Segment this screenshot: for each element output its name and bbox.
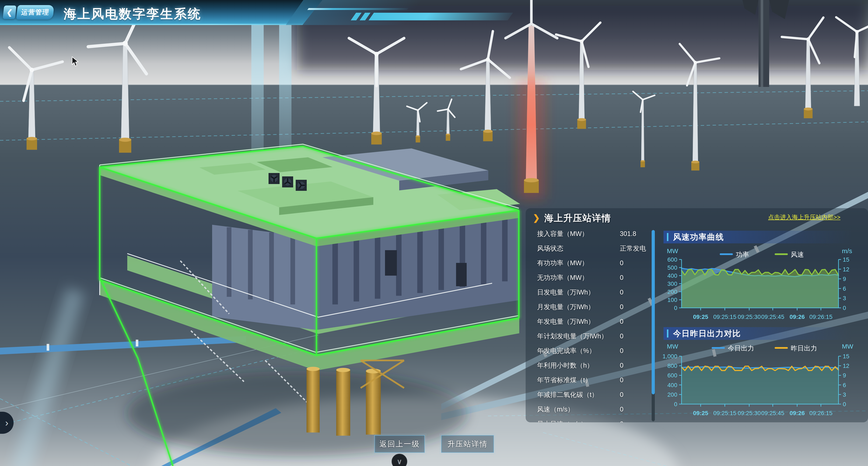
svg-text:09:26: 09:26 xyxy=(789,313,805,320)
svg-text:500: 500 xyxy=(667,264,677,271)
detail-row: 接入容量（MW）301.8 xyxy=(526,226,652,241)
chart-title: 风速功率曲线 xyxy=(673,232,724,242)
detail-row: 年利用小时数（h）0 xyxy=(526,358,652,373)
detail-label: 年计划发电量（万lWh） xyxy=(537,332,620,341)
svg-text:09:25:30: 09:25:30 xyxy=(738,313,761,320)
light-streak xyxy=(10,288,85,466)
svg-text:MW: MW xyxy=(667,247,678,255)
back-chevron-button[interactable]: ❮ xyxy=(3,5,17,19)
svg-text:功率: 功率 xyxy=(736,251,749,258)
substation-detail-button[interactable]: 升压站详情 xyxy=(441,435,494,453)
header-fade-decor xyxy=(286,0,422,25)
svg-text:昨日出力: 昨日出力 xyxy=(791,344,817,352)
chart-title-band: 风速功率曲线 xyxy=(663,231,868,243)
svg-text:1,000: 1,000 xyxy=(662,353,677,360)
detail-row: 年发电量（万lWh）0 xyxy=(526,314,652,329)
detail-row: 年节省标准煤（t）0 xyxy=(526,373,652,387)
svg-text:600: 600 xyxy=(667,256,677,263)
detail-label: 年发电完成率（%） xyxy=(537,346,620,355)
detail-value: 0 xyxy=(620,303,650,311)
svg-text:9: 9 xyxy=(843,276,846,282)
scrollbar-thumb[interactable] xyxy=(652,230,655,394)
detail-value: 正常发电 xyxy=(620,244,650,253)
return-previous-button[interactable]: 返回上一级 xyxy=(374,435,425,453)
svg-text:6: 6 xyxy=(843,286,846,292)
detail-row: 日发电量（万lWh）0 xyxy=(526,285,652,300)
detail-value: 0 xyxy=(620,259,650,267)
output-comparison-chart: MWMW今日出力昨日出力02004006008001,0000369121509… xyxy=(666,343,865,422)
page-title: 海上风电数字孪生系统 xyxy=(64,5,202,23)
svg-text:400: 400 xyxy=(667,382,677,389)
svg-text:12: 12 xyxy=(843,363,849,369)
svg-text:MW: MW xyxy=(667,343,678,350)
svg-text:09:25:45: 09:25:45 xyxy=(761,410,784,417)
svg-text:0: 0 xyxy=(843,401,846,407)
wind-power-chart: MWm/s功率风速01002003004005006000369121509:2… xyxy=(666,245,865,324)
svg-text:400: 400 xyxy=(667,272,677,279)
svg-text:3: 3 xyxy=(843,295,846,301)
operations-management-button[interactable]: 运营管理 xyxy=(16,5,54,20)
detail-value: 0 xyxy=(620,362,650,369)
svg-text:9: 9 xyxy=(843,372,846,379)
svg-text:15: 15 xyxy=(843,353,849,360)
svg-text:09:25:30: 09:25:30 xyxy=(738,410,761,417)
svg-text:MW: MW xyxy=(842,343,854,350)
details-scrollbar[interactable] xyxy=(652,230,655,421)
svg-text:0: 0 xyxy=(674,305,677,311)
detail-label: 风速（m/s） xyxy=(537,405,620,414)
detail-label: 接入容量（MW） xyxy=(537,229,620,238)
header-stripe-decor xyxy=(307,8,408,10)
detail-value: 0 xyxy=(620,406,650,413)
svg-text:09:25:15: 09:25:15 xyxy=(713,410,737,417)
detail-row: 有功功率（MW）0 xyxy=(526,256,652,270)
substation-platform[interactable] xyxy=(100,144,520,466)
chart-title-band: 今日昨日出力对比 xyxy=(663,327,868,340)
chevron-right-icon: › xyxy=(5,417,8,429)
svg-text:15: 15 xyxy=(843,256,849,263)
detail-label: 年发电量（万lWh） xyxy=(537,317,620,326)
detail-row: 无功功率（MW）0 xyxy=(526,270,652,285)
svg-text:200: 200 xyxy=(667,391,677,398)
title-accent-bar xyxy=(667,329,669,337)
enter-station-link[interactable]: 点击进入海上升压站内部>> xyxy=(768,213,840,221)
svg-text:09:25: 09:25 xyxy=(693,313,708,320)
svg-text:风速: 风速 xyxy=(791,251,804,258)
back-icon: ❮ xyxy=(6,8,13,16)
svg-text:0: 0 xyxy=(674,401,677,407)
detail-value: 0 xyxy=(620,289,650,296)
svg-text:100: 100 xyxy=(667,297,677,303)
detail-value: 0 xyxy=(620,376,650,384)
detail-value: 0 xyxy=(620,391,650,399)
detail-label: 风场状态 xyxy=(537,244,620,253)
svg-text:09:26: 09:26 xyxy=(789,410,805,417)
svg-text:200: 200 xyxy=(667,289,677,295)
svg-text:09:25: 09:25 xyxy=(693,410,708,417)
svg-text:800: 800 xyxy=(667,363,677,369)
detail-row: 年发电完成率（%）0 xyxy=(526,343,652,358)
detail-value: 0 xyxy=(620,420,650,423)
detail-label: 年利用小时数（h） xyxy=(537,361,620,370)
svg-text:3: 3 xyxy=(843,391,846,398)
svg-text:6: 6 xyxy=(843,382,846,389)
header-slash-decor xyxy=(351,13,513,20)
detail-row: 年减排二氧化碳（t）0 xyxy=(526,387,652,402)
svg-text:300: 300 xyxy=(667,280,677,287)
detail-label: 无功功率（MW） xyxy=(537,273,620,282)
chevron-down-icon: ∨ xyxy=(397,457,402,466)
panel-chevron-icon: ❯ xyxy=(533,213,540,223)
detail-label: 年节省标准煤（t） xyxy=(537,376,620,385)
detail-label: 年减排二氧化碳（t） xyxy=(537,390,620,399)
svg-text:0: 0 xyxy=(843,305,846,311)
detail-label: 有功功率（MW） xyxy=(537,259,620,268)
detail-row: 最大风速（m/s）0 xyxy=(526,417,652,422)
svg-text:09:26:15: 09:26:15 xyxy=(809,313,833,320)
svg-text:09:26:15: 09:26:15 xyxy=(809,410,833,417)
panel-title: 海上升压站详情 xyxy=(544,212,611,224)
mouse-cursor xyxy=(72,56,80,67)
back-tag-label: 运营管理 xyxy=(21,8,50,17)
svg-text:09:25:45: 09:25:45 xyxy=(761,313,784,320)
svg-text:12: 12 xyxy=(843,266,849,273)
detail-row: 风场状态正常发电 xyxy=(526,241,652,256)
slash-icon xyxy=(360,13,370,20)
svg-text:09:25:15: 09:25:15 xyxy=(713,313,737,320)
